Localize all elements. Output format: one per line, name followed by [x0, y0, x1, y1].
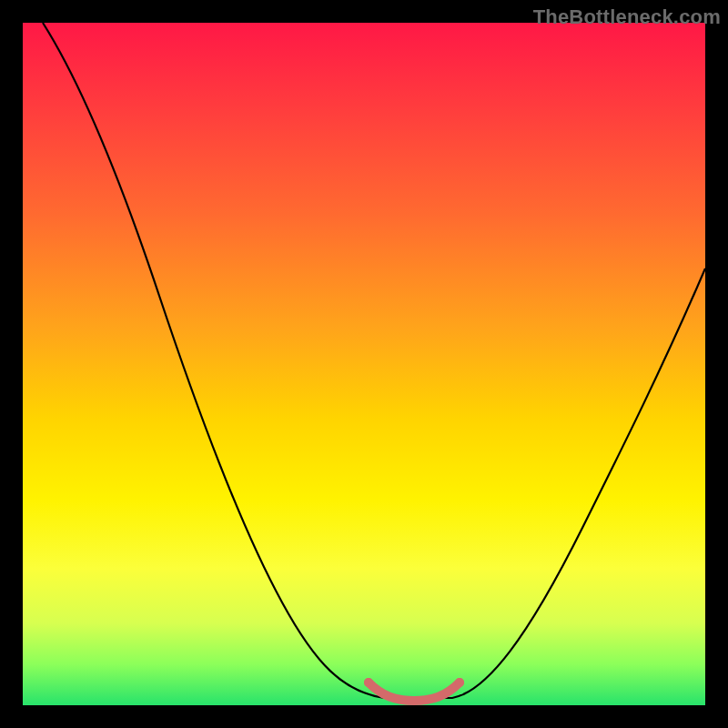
valley-highlight-path: [369, 682, 460, 701]
valley-dot-right: [455, 678, 464, 687]
valley-dot-left: [364, 678, 373, 687]
v-curve-path: [43, 23, 705, 698]
plot-area: [23, 23, 705, 705]
watermark-text: TheBottleneck.com: [533, 5, 721, 29]
chart-svg: [23, 23, 705, 705]
chart-frame: TheBottleneck.com: [0, 0, 728, 728]
